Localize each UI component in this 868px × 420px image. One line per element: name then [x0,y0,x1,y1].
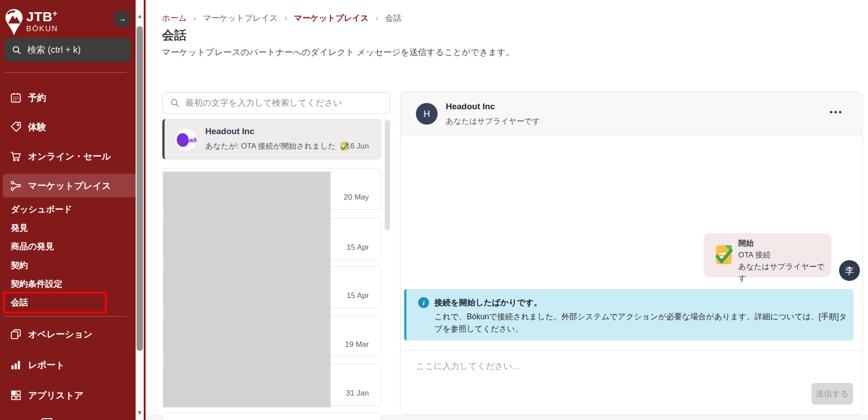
chat-header: H Headout Inc あなたはサプライヤーです ••• [401,92,862,136]
message-line: あなたはサプライヤーです [738,261,831,285]
conversation-date: 19 Mar [345,340,369,349]
sidebar-item-product-discovery[interactable]: 商品の発見 [0,237,136,256]
headout-logo-avatar: headou [175,128,197,151]
sidebar-item-dashboard[interactable]: ダッシュボード [0,200,136,219]
brand-subname: BÓKUN [26,24,58,33]
breadcrumb-current: 会話 [385,14,401,23]
share-network-icon [10,180,22,191]
sidebar-divider [5,72,127,73]
partner-avatar: H [416,103,438,125]
system-message-text: 開始 OTA 接続 あなたはサプライヤーです [738,238,831,285]
sidebar-item-experiences[interactable]: 体験 [0,115,136,139]
redaction-overlay [163,172,330,407]
chat-panel: H Headout Inc あなたはサプライヤーです ••• 開始 OTA 接続 [400,91,863,415]
conversation-date: 20 May [344,193,369,202]
info-banner-title: 接続を開始したばかりです。 [434,297,542,308]
sidebar-item-label: 予約 [28,92,46,104]
breadcrumb: ホーム › マーケットプレイス › マーケットプレイス › 会話 [162,13,401,23]
sidebar-item-marketplace[interactable]: マーケットプレイス [3,174,137,197]
message-input[interactable] [416,357,732,375]
sidebar-search[interactable] [5,38,131,62]
conversation-date: 31 Jan [346,389,369,398]
sidebar-item-label: オペレーション [28,328,93,341]
scroll-up-arrow-icon[interactable]: ▲ [136,13,143,19]
sidebar-item-reports[interactable]: レポート [0,353,136,377]
sidebar-item-label: 体験 [28,121,46,133]
app-grid-icon [10,389,22,401]
conversation-preview-text: あなたが: OTA 接続が開始されました [205,141,336,151]
conversation-item-selected[interactable]: headou Headout Inc あなたが: OTA 接続が開始されました … [162,119,381,159]
sender-avatar: 李 [839,260,860,281]
breadcrumb-marketplace[interactable]: マーケットプレイス [203,14,278,23]
breadcrumb-marketplace-link[interactable]: マーケットプレイス [294,14,368,23]
scroll-down-arrow-icon[interactable]: ▼ [136,409,143,416]
sidebar-subitem-label: 商品の発見 [11,242,54,251]
info-banner: i 接続を開始したばかりです。 これで、Bókunで接続されました。外部システム… [404,289,854,341]
conversation-date: 16 Jun [346,142,369,151]
brand-plus: + [52,9,57,18]
calendar-icon [10,92,22,103]
sidebar-item-bookings[interactable]: 予約 [0,86,136,109]
sidebar-divider [5,316,127,317]
message-line: OTA 接続 [738,249,831,261]
message-title: 開始 [738,238,831,249]
sidebar-subitem-label: 会話 [11,298,28,307]
arrow-right-icon: → [118,14,126,23]
chat-footer: 送信する [401,350,862,415]
document-check-icon [713,244,734,265]
breadcrumb-separator: › [284,14,287,23]
search-icon [12,45,22,55]
system-message-bubble: 開始 OTA 接続 あなたはサプライヤーです [703,233,831,277]
clipped-nav-icon [42,418,52,420]
tag-icon [10,121,22,133]
sidebar-item-conversations[interactable]: 会話 [0,293,136,312]
jtb-bokun-logo-icon [5,8,24,36]
sidebar-item-label: レポート [28,359,65,371]
sidebar-subitem-label: 契約条件設定 [11,279,62,289]
sidebar-item-label: オンライン・セール [28,150,111,163]
conversation-item-clipped[interactable] [162,413,381,420]
breadcrumb-separator: › [193,14,196,23]
sidebar-item-online-sales[interactable]: オンライン・セール [0,145,136,168]
brand-name: JTB [26,9,52,24]
bar-chart-icon [10,359,22,371]
sidebar-item-operations[interactable]: オペレーション [0,322,136,346]
sidebar-item-label: アプリストア [28,389,84,401]
sidebar-collapse-button[interactable]: → [114,11,130,26]
conversation-list-scrollbar-thumb[interactable] [385,120,390,230]
sidebar-subitem-label: ダッシュボード [11,205,72,214]
sidebar-search-input[interactable] [27,45,127,55]
conversation-search-input[interactable] [185,98,380,108]
conversation-search[interactable] [162,92,390,114]
main-content: ホーム › マーケットプレイス › マーケットプレイス › 会話 会話 マーケッ… [146,0,868,420]
sidebar-item-app-store[interactable]: アプリストア [0,383,136,407]
breadcrumb-separator: › [376,14,378,23]
send-button[interactable]: 送信する [811,383,853,405]
conversation-date: 15 Apr [347,291,369,300]
cart-icon [10,150,22,162]
partner-name: Headout Inc [446,102,495,112]
info-banner-body: これで、Bókunで接続されました。外部システムでアクションが必要な場合がありま… [434,311,849,335]
search-icon [170,98,180,108]
breadcrumb-home-link[interactable]: ホーム [162,14,187,23]
sidebar-subitem-label: 契約 [11,261,28,270]
sidebar-scrollbar-thumb[interactable] [137,26,143,351]
sidebar-item-label: マーケットプレイス [28,180,111,192]
app-root: JTB+ BÓKUN → 予約 [0,0,868,420]
logo: JTB+ BÓKUN → [5,7,136,37]
conversation-name: Headout Inc [205,126,255,136]
chat-menu-button[interactable]: ••• [830,107,843,117]
conversation-preview: あなたが: OTA 接続が開始されました [205,141,349,151]
copy-pages-icon [10,328,22,340]
page-subtitle: マーケットプレースのパートナーへのダイレクト メッセージを送信することができます… [162,47,514,58]
page-title: 会話 [162,27,186,43]
sidebar-item-contracts[interactable]: 契約 [0,256,136,275]
info-icon: i [418,297,429,308]
sidebar-item-discover[interactable]: 発見 [0,219,136,237]
sidebar-item-contract-terms[interactable]: 契約条件設定 [0,275,136,293]
sidebar-subitem-label: 発見 [11,223,28,233]
conversation-date: 15 Apr [347,243,369,252]
partner-role: あなたはサプライヤーです [446,116,540,126]
sidebar: JTB+ BÓKUN → 予約 [0,0,146,420]
